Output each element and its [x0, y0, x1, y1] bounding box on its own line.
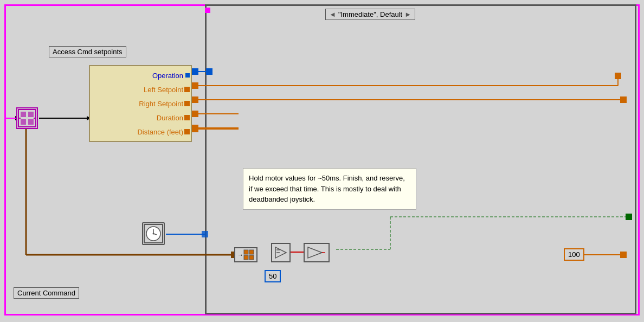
svg-rect-52	[244, 250, 248, 254]
input-node	[16, 107, 38, 129]
cluster-terminal-duration	[184, 115, 190, 120]
cluster-row-right-setpoint: Right Setpoint	[94, 96, 186, 111]
dropdown-arrow-left: ◄	[329, 10, 336, 18]
svg-rect-42	[28, 112, 34, 117]
cluster-terminal-distance	[184, 129, 190, 134]
clock-icon	[142, 222, 165, 245]
cluster-label-operation: Operation	[94, 72, 186, 80]
comment-box: Hold motor values for ~50ms. Finish, and…	[243, 168, 416, 210]
constant-50: 50	[265, 270, 281, 282]
dropdown-arrow-right: ►	[404, 10, 411, 18]
cluster-label-duration: Duration	[94, 114, 186, 122]
immediate-dropdown[interactable]: ◄ "Immediate", Default ►	[325, 9, 415, 20]
svg-rect-41	[21, 112, 26, 117]
svg-rect-44	[28, 119, 34, 125]
svg-rect-55	[249, 255, 254, 260]
cluster-terminal-right-setpoint	[184, 101, 190, 106]
svg-rect-54	[244, 255, 248, 260]
access-cmd-box: Access Cmd setpoints	[49, 46, 126, 57]
cluster-row-operation: Operation	[94, 68, 186, 82]
svg-marker-59	[308, 247, 322, 258]
outer-container: ◄ "Immediate", Default ► Access Cmd setp…	[0, 0, 644, 322]
svg-point-51	[153, 233, 154, 235]
cluster-label-left-setpoint: Left Setpoint	[94, 86, 186, 94]
greater-than-node	[304, 243, 330, 262]
subtract-node	[271, 243, 291, 262]
cluster-terminal-operation	[185, 73, 190, 78]
constant-100: 100	[564, 248, 584, 261]
current-cmd-box: Current Command	[14, 287, 79, 299]
svg-rect-53	[249, 250, 254, 254]
svg-rect-43	[21, 119, 26, 125]
cluster-label-right-setpoint: Right Setpoint	[94, 100, 186, 108]
cluster-row-duration: Duration	[94, 111, 186, 125]
input-node-icon	[17, 108, 37, 128]
cluster-box: Operation Left Setpoint Right Setpoint D…	[89, 65, 192, 142]
cluster-row-left-setpoint: Left Setpoint	[94, 82, 186, 96]
dropdown-label: "Immediate", Default	[338, 10, 402, 18]
comment-text: Hold motor values for ~50ms. Finish, and…	[249, 174, 405, 203]
convert-box: →	[234, 247, 257, 262]
cluster-row-distance: Distance (feet)	[94, 125, 186, 139]
dark-frame	[205, 4, 636, 314]
cluster-terminal-left-setpoint	[184, 87, 190, 92]
cluster-label-distance: Distance (feet)	[94, 128, 186, 136]
